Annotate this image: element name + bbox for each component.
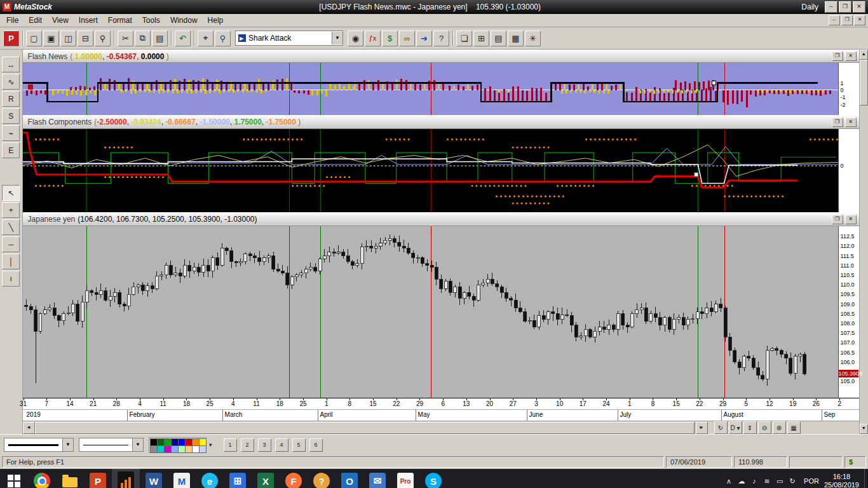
dropdown-arrow-icon[interactable]: ▼ — [132, 438, 143, 451]
expert-advisor-button[interactable]: $ — [382, 30, 398, 46]
zoom-doc-button[interactable]: ⚲ — [95, 30, 111, 46]
trendline-tool[interactable]: ╲ — [2, 219, 20, 235]
flash-components-pane-header[interactable]: Flash Components (-2.50000, -0.93424, -0… — [23, 115, 859, 129]
scroll-right-icon[interactable]: ► — [696, 422, 708, 434]
mdi-restore-button[interactable]: ❐ — [841, 15, 853, 25]
tray-expand-icon[interactable]: ∧ — [722, 477, 735, 485]
undo-button[interactable]: ↶ — [175, 30, 191, 46]
scroll-track[interactable] — [35, 423, 696, 433]
menu-insert[interactable]: Insert — [74, 15, 103, 26]
layout-button[interactable]: ◫ — [60, 30, 76, 46]
chart-options-button[interactable]: ✳ — [525, 30, 541, 46]
fit-vertical-button[interactable]: ⇕ — [743, 421, 757, 434]
word-icon[interactable]: W — [140, 469, 168, 488]
custom-toolbar-button-2[interactable]: 2 — [241, 438, 254, 452]
system-tester-button[interactable]: ◉ — [348, 30, 363, 46]
menu-tools[interactable]: Tools — [137, 15, 165, 26]
color-palette[interactable] — [149, 437, 207, 453]
start-button[interactable] — [0, 469, 28, 488]
pane-restore-button[interactable]: ❐ — [832, 51, 843, 61]
pane-close-button[interactable]: ✕ — [845, 51, 857, 61]
tile-vertical-button[interactable]: ▦ — [508, 30, 524, 46]
refresh-button[interactable]: ↻ — [714, 421, 728, 434]
pane-close-button[interactable]: ✕ — [845, 215, 857, 224]
cloud-icon[interactable]: ☁ — [735, 477, 748, 485]
firefox-icon[interactable]: F — [280, 469, 308, 488]
mail-icon[interactable]: ✉ — [363, 469, 391, 488]
price-chart[interactable] — [23, 226, 838, 398]
mdi-minimize-button[interactable]: – — [829, 15, 840, 25]
horizontal-line-tool[interactable]: ─ — [2, 236, 20, 252]
crosshair-button[interactable]: ⌖ — [198, 30, 214, 46]
metastock-pro-icon[interactable]: Pro — [391, 469, 419, 488]
restore-button[interactable]: ❐ — [839, 1, 851, 13]
vertical-scroll-thumb[interactable] — [860, 60, 868, 105]
arrange-windows-button[interactable]: ❏ — [456, 30, 472, 46]
cut-button[interactable]: ✂ — [118, 30, 133, 46]
file-explorer-icon[interactable] — [56, 469, 84, 488]
scroll-down-icon[interactable]: ▼ — [860, 424, 868, 434]
zoom-in-button[interactable]: ⊕ — [773, 421, 786, 434]
sync-icon[interactable]: ↻ — [786, 477, 799, 485]
pane-restore-button[interactable]: ❐ — [832, 118, 843, 127]
menu-view[interactable]: View — [47, 15, 74, 26]
internet-explorer-icon[interactable]: e — [196, 469, 224, 488]
open-chart-button[interactable]: ▣ — [43, 30, 59, 46]
menu-format[interactable]: Format — [103, 15, 137, 26]
custom-toolbar-button-6[interactable]: 6 — [309, 438, 323, 452]
pane-restore-button[interactable]: ❐ — [832, 215, 843, 224]
flash-news-pane-header[interactable]: Flash News ( 1.00000, -0.54367, 0.0000 )… — [23, 50, 859, 63]
show-desktop-button[interactable] — [864, 469, 868, 488]
tile-horizontal-button[interactable]: ▤ — [491, 30, 506, 46]
custom-toolbar-button-1[interactable]: 1 — [224, 438, 237, 452]
s-study-tool[interactable]: S — [2, 108, 20, 124]
dropdown-arrow-icon[interactable]: ▼ — [332, 32, 342, 44]
calculator-icon[interactable]: ⊞ — [224, 469, 252, 488]
line-weight-dropdown[interactable]: ▼ — [79, 438, 144, 452]
template-button[interactable]: ⊟ — [78, 30, 93, 46]
scroll-up-icon[interactable]: ▲ — [860, 50, 868, 60]
custom-toolbar-button-4[interactable]: 4 — [275, 438, 288, 452]
flash-news-chart[interactable] — [23, 63, 838, 115]
flash-components-chart[interactable] — [23, 129, 838, 212]
forecaster-button[interactable]: ➔ — [416, 30, 432, 46]
mdi-close-button[interactable]: ✕ — [854, 15, 865, 25]
menu-window[interactable]: Window — [165, 15, 203, 26]
zoom-pointer-button[interactable]: ⚲ — [215, 30, 231, 46]
price-pane-header[interactable]: Japanese yen (106.4200, 106.7300, 105.25… — [23, 212, 859, 226]
dropdown-arrow-icon[interactable]: ▼ — [62, 438, 73, 451]
outlook-icon[interactable]: O — [336, 469, 363, 488]
d-study-tool[interactable]: ⌁ — [2, 125, 20, 141]
custom-toolbar-button-5[interactable]: 5 — [292, 438, 306, 452]
vertical-line-tool[interactable]: │ — [2, 254, 20, 269]
scroll-left-icon[interactable]: ◄ — [23, 422, 35, 434]
close-button[interactable]: ✕ — [853, 1, 865, 13]
page-layout-button[interactable]: ▦ — [787, 421, 801, 434]
palette-dropdown-arrow-icon[interactable]: ▾ — [209, 442, 212, 448]
copy-button[interactable]: ⧉ — [135, 30, 151, 46]
palette-color-swatch[interactable] — [199, 445, 207, 453]
pane-close-button[interactable]: ✕ — [845, 118, 857, 127]
minimize-button[interactable]: – — [825, 1, 837, 13]
curve-tool[interactable]: ≀ — [2, 271, 20, 287]
menu-file[interactable]: File — [1, 15, 24, 26]
new-chart-button[interactable]: ▢ — [26, 30, 42, 46]
excel-icon[interactable]: X — [252, 469, 280, 488]
network-icon[interactable]: ≋ — [761, 477, 773, 485]
custom-toolbar-button-3[interactable]: 3 — [258, 438, 271, 452]
menu-help[interactable]: Help — [203, 15, 229, 26]
expert-dropdown[interactable]: Shark Attack▼ — [235, 30, 343, 46]
chrome-icon[interactable] — [28, 469, 56, 488]
volume-icon[interactable]: ♪ — [748, 477, 761, 485]
periodicity-button[interactable]: D ▾ — [729, 421, 742, 434]
menu-edit[interactable]: Edit — [24, 15, 47, 26]
tile-windows-button[interactable]: ⊞ — [473, 30, 489, 46]
crosshair-tool[interactable]: + — [2, 202, 20, 218]
help-icon[interactable]: ? — [308, 469, 336, 488]
explorer-button[interactable]: ∞ — [399, 30, 415, 46]
whatif-button[interactable]: ? — [433, 30, 449, 46]
metastock-icon[interactable] — [112, 469, 140, 488]
powerconsole-button[interactable]: P — [3, 30, 19, 46]
language-indicator[interactable]: POR — [804, 477, 819, 485]
taskbar-clock[interactable]: 16:1825/08/2019 — [824, 473, 859, 488]
